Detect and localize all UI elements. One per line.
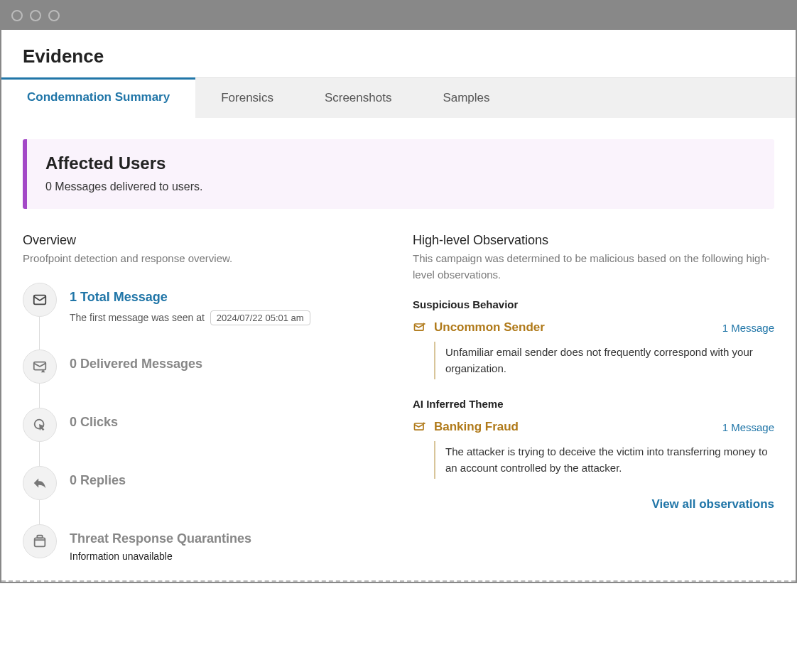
obs-item-uncommon-sender: Uncommon Sender 1 Message Unfamiliar ema… bbox=[413, 320, 774, 379]
app-window: Evidence Condemnation Summary Forensics … bbox=[0, 0, 797, 583]
window-control-close[interactable] bbox=[11, 10, 23, 21]
obs-description: The attacker is trying to deceive the vi… bbox=[434, 441, 774, 479]
window-titlebar bbox=[1, 1, 796, 30]
observations-title: High-level Observations bbox=[413, 233, 774, 248]
timeline-item-total-messages: 1 Total Message The first message was se… bbox=[23, 283, 384, 325]
two-column-layout: Overview Proofpoint detection and respon… bbox=[23, 233, 774, 566]
timeline-label: Threat Response Quarantines bbox=[70, 531, 251, 546]
tab-samples[interactable]: Samples bbox=[417, 78, 515, 118]
view-all-observations-link[interactable]: View all observations bbox=[413, 497, 774, 511]
affected-users-card: Affected Users 0 Messages delivered to u… bbox=[23, 139, 774, 209]
tabs: Condemnation Summary Forensics Screensho… bbox=[1, 77, 796, 118]
timeline-item-clicks: 0 Clicks bbox=[23, 408, 384, 442]
tab-forensics[interactable]: Forensics bbox=[195, 78, 299, 118]
timeline-item-replies: 0 Replies bbox=[23, 466, 384, 500]
timeline-subtext: The first message was seen at 2024/07/22… bbox=[70, 310, 310, 325]
tab-condemnation-summary[interactable]: Condemnation Summary bbox=[1, 77, 195, 118]
affected-users-subtitle: 0 Messages delivered to users. bbox=[45, 180, 756, 193]
obs-name[interactable]: Uncommon Sender bbox=[434, 320, 715, 335]
timeline-label: 0 Replies bbox=[70, 473, 126, 488]
svg-rect-3 bbox=[35, 538, 45, 546]
tab-screenshots[interactable]: Screenshots bbox=[299, 78, 418, 118]
tab-body: Affected Users 0 Messages delivered to u… bbox=[1, 118, 796, 580]
obs-count[interactable]: 1 Message bbox=[722, 421, 774, 433]
obs-count[interactable]: 1 Message bbox=[722, 322, 774, 334]
svg-rect-4 bbox=[37, 535, 42, 538]
overview-column: Overview Proofpoint detection and respon… bbox=[23, 233, 384, 566]
timeline-item-delivered: 0 Delivered Messages bbox=[23, 349, 384, 384]
timeline-label[interactable]: 1 Total Message bbox=[70, 290, 310, 305]
window-control-maximize[interactable] bbox=[48, 10, 60, 21]
obs-description: Unfamiliar email sender does not frequen… bbox=[434, 342, 774, 379]
obs-group-ai-theme: AI Inferred Theme bbox=[413, 398, 774, 410]
window-control-minimize[interactable] bbox=[30, 10, 41, 21]
reply-icon bbox=[23, 466, 57, 500]
mail-alert-icon bbox=[23, 349, 57, 384]
overview-timeline: 1 Total Message The first message was se… bbox=[23, 283, 384, 562]
click-icon bbox=[23, 408, 57, 442]
obs-item-banking-fraud: Banking Fraud 1 Message The attacker is … bbox=[413, 420, 774, 479]
mail-flag-icon bbox=[413, 320, 427, 335]
quarantine-icon bbox=[23, 524, 57, 558]
timeline-label: 0 Clicks bbox=[70, 415, 118, 430]
timeline-label: 0 Delivered Messages bbox=[70, 357, 202, 372]
obs-group-suspicious-behavior: Suspicious Behavior bbox=[413, 298, 774, 310]
observations-subtitle: This campaign was determined to be malic… bbox=[413, 251, 774, 283]
mail-icon bbox=[23, 283, 57, 317]
overview-title: Overview bbox=[23, 233, 384, 248]
page-title: Evidence bbox=[1, 30, 796, 77]
first-seen-prefix: The first message was seen at bbox=[70, 312, 205, 323]
timeline-item-quarantines: Threat Response Quarantines Information … bbox=[23, 524, 384, 562]
mail-flag-icon bbox=[413, 420, 427, 434]
first-seen-timestamp: 2024/07/22 05:01 am bbox=[210, 310, 310, 325]
affected-users-title: Affected Users bbox=[45, 153, 756, 173]
timeline-note: Information unavailable bbox=[70, 551, 251, 562]
obs-name[interactable]: Banking Fraud bbox=[434, 420, 715, 434]
overview-subtitle: Proofpoint detection and response overvi… bbox=[23, 251, 384, 267]
observations-column: High-level Observations This campaign wa… bbox=[413, 233, 774, 566]
content-area: Evidence Condemnation Summary Forensics … bbox=[1, 30, 796, 582]
